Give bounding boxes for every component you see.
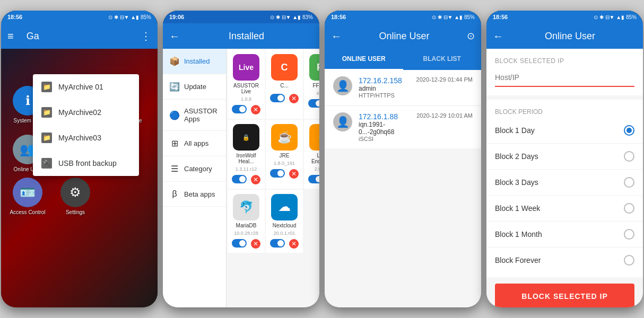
c-app-toggle[interactable] [270,94,285,102]
update-label: Update [184,83,206,91]
more-icon[interactable]: ⋮ [141,30,151,42]
app-bar-2: ← Installed [163,23,319,49]
jre-version: 1.8.0_191 [274,161,295,166]
home-icon-settings[interactable]: ⚙ Settings [54,178,97,215]
c-app-delete[interactable]: ✕ [289,94,299,103]
radio-block-1-month[interactable]: Block 1 Month [486,222,643,248]
mariadb-version: 10.0.28.r28 [234,231,258,236]
mariadb-delete[interactable]: ✕ [251,239,260,249]
block-period-section: Block Period Block 1 Day Block 2 Days Bl… [486,100,643,277]
jre-icon: ☕ [271,124,298,151]
settings-icon-3[interactable]: ⊙ [467,30,475,42]
update-icon: 🔄 [169,82,180,92]
tab-online-user[interactable]: ONLINE USER [325,49,403,70]
radio-block-forever[interactable]: Block Forever [486,248,643,273]
usb-icon: 🔌 [41,158,52,169]
hamburger-icon[interactable]: ≡ [7,30,14,42]
nav-installed[interactable]: 📦 Installed [163,49,226,74]
radio-1-month-circle [624,229,634,240]
block-1-week-label: Block 1 Week [495,204,624,213]
back-button-4[interactable]: ← [493,30,503,42]
ironwolf-version: 1.3.11.r12 [236,166,257,172]
host-ip-input[interactable] [495,69,634,87]
asustor-label: ASUSTOR Apps [184,107,220,123]
app-title-2: Installed [180,31,313,42]
status-icons-1: ⊙ ✱ ⊟▼ ▲▮ 85% [108,14,151,20]
radio-block-1-day[interactable]: Block 1 Day [486,118,643,144]
mariadb-name: MariaDB [236,223,257,228]
nextcloud-toggle[interactable] [270,239,285,248]
block-screen: Block Selected IP Block Period Block 1 D… [486,49,643,307]
phone-3: 18:56 ⊙ ✱ ⊟▼ ▲▮ 85% ← Online User ⊙ ONLI… [325,11,481,307]
radio-1-day-circle [624,125,634,136]
app-card-c: C C... ✕ [266,50,303,119]
ironwolf-icon: 🔒 [233,124,259,151]
screen-1: ≡ Ga ⋮ ℹ System Info ↺ One TouchBackup [1,23,158,307]
phone-4: 18:56 ⊙ ✱ ⊟▼ ▲▮ 85% ← Online User Block … [486,11,643,307]
back-button-3[interactable]: ← [331,30,342,42]
nav-update[interactable]: 🔄 Update [163,74,226,100]
block-selected-ip-section: Block Selected IP [486,49,643,95]
block-forever-label: Block Forever [495,256,624,264]
app-bar-3: ← Online User ⊙ [325,23,481,49]
user-date-1: 2020-12-29 01:44 PM [416,76,473,83]
tab-black-list-label: BLACK LIST [423,55,461,63]
tab-black-list[interactable]: BLACK LIST [403,49,482,70]
radio-forever-circle [624,255,634,266]
user-list: 👤 172.16.2.158 admin HTTP/HTTPS 2020-12-… [325,70,481,307]
user-protocol-1: HTTP/HTTPS [359,92,410,99]
user-item-1[interactable]: 👤 172.16.2.158 admin HTTP/HTTPS 2020-12-… [325,70,481,105]
ironwolf-delete[interactable]: ✕ [251,175,260,184]
radio-2-days-circle [624,151,634,162]
radio-block-2-days[interactable]: Block 2 Days [486,144,643,170]
ffmpeg-toggle[interactable] [308,99,319,108]
jre-toggle[interactable] [270,169,285,178]
dropdown-myarchive01[interactable]: 📁 MyArchive 01 [33,74,139,100]
user-ip-2: 172.16.1.88 [359,112,410,121]
radio-block-1-week[interactable]: Block 1 Week [486,196,643,222]
app-title-3: Online User [342,31,467,42]
installed-icon: 📦 [169,56,180,66]
settings-label: Settings [66,209,85,215]
jre-delete[interactable]: ✕ [289,169,299,179]
user-info-1: 172.16.2.158 admin HTTP/HTTPS [359,76,410,99]
home-icon-access-control[interactable]: 🪪 Access Control [6,178,49,215]
dropdown-myarchive02[interactable]: 📁 MyArchive02 [33,100,139,125]
app-grid: Live ASUSTOR Live 1.0.8 ✕ C C... [227,49,319,254]
nav-all-apps[interactable]: ⊞ All apps [163,131,226,156]
ffmpeg-icon: FF [309,54,319,81]
nav-category[interactable]: ☰ Category [163,156,226,182]
block-1-month-label: Block 1 Month [495,230,624,238]
back-button-2[interactable]: ← [169,30,180,42]
status-bar-3: 18:56 ⊙ ✱ ⊟▼ ▲▮ 85% [325,11,481,23]
nav-beta[interactable]: β Beta apps [163,182,226,207]
asustor-live-delete[interactable]: ✕ [251,105,260,114]
right-panel: Live ASUSTOR Live 1.0.8 ✕ C C... [227,49,319,307]
status-bar-1: 18:56 ⊙ ✱ ⊟▼ ▲▮ 85% [1,11,158,23]
nextcloud-delete[interactable]: ✕ [289,239,299,249]
dropdown-usb[interactable]: 🔌 USB front backup [33,151,139,176]
mariadb-actions: ✕ [232,239,260,249]
nextcloud-icon: ☁ [271,194,298,220]
category-icon: ☰ [169,164,180,174]
mariadb-toggle[interactable] [232,239,247,248]
nextcloud-name: Nextcloud [273,223,296,228]
radio-block-3-days[interactable]: Block 3 Days [486,170,643,196]
two-panel: 📦 Installed 🔄 Update 🔵 ASUSTOR Apps ⊞ Al… [163,49,319,307]
user-item-2[interactable]: 👤 172.16.1.88 iqn.1991-0...-2g0hq68 iSCS… [325,106,481,148]
block-selected-ip-label: Block Selected IP [495,57,634,65]
block-selected-ip-button[interactable]: BLOCK SELECTED IP [495,284,634,307]
myarchive02-icon: 📁 [41,107,52,118]
user-info-2: 172.16.1.88 iqn.1991-0...-2g0hq68 iSCSI [359,112,410,142]
user-name-1: admin [359,85,410,92]
ffmpeg-actions: ✕ [308,99,319,109]
asustor-live-toggle[interactable] [232,105,247,113]
letsencrypt-toggle[interactable] [308,175,319,183]
dropdown-myarchive03[interactable]: 📁 MyArchive03 [33,125,139,151]
ironwolf-toggle[interactable] [232,175,247,183]
app-card-nextcloud: ☁ Nextcloud 20.0.1.r01 ✕ [266,190,303,253]
nav-asustor-apps[interactable]: 🔵 ASUSTOR Apps [163,100,226,131]
tab-bar-3: ONLINE USER BLACK LIST [325,49,481,70]
settings-icon: ⚙ [60,178,90,207]
phone-1: 18:56 ⊙ ✱ ⊟▼ ▲▮ 85% ≡ Ga ⋮ ℹ System Info… [1,11,158,307]
